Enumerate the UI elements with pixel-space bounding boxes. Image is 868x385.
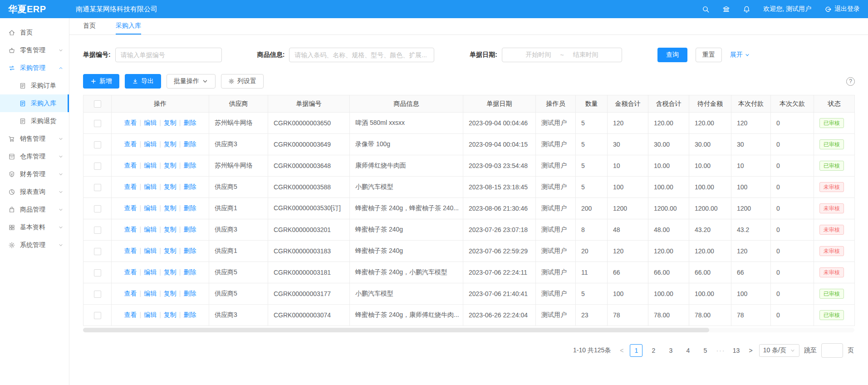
page-button-1[interactable]: 1 [630,344,642,357]
sidebar-item-doc-sub[interactable]: 采购退货 [0,112,69,130]
add-button[interactable]: 新增 [83,74,119,89]
next-page-button[interactable]: > [747,347,754,354]
view-link[interactable]: 查看 [124,247,137,254]
page-size-select[interactable]: 10 条/页 [759,344,799,357]
delete-link[interactable]: 删除 [183,183,196,190]
sidebar-item-bag[interactable]: 商品管理 [0,201,69,218]
sidebar-item-basket[interactable]: 零售管理 [0,41,69,59]
edit-link[interactable]: 编辑 [144,268,157,276]
edit-link[interactable]: 编辑 [144,290,157,297]
delete-link[interactable]: 删除 [183,119,196,126]
column-header[interactable]: 本次欠款 [771,95,814,113]
help-icon[interactable]: ? [846,77,855,86]
column-header[interactable]: 操作 [112,95,209,113]
edit-link[interactable]: 编辑 [144,226,157,233]
expand-link[interactable]: 展开 [730,51,750,59]
delete-link[interactable]: 删除 [183,140,196,148]
view-link[interactable]: 查看 [124,183,137,190]
search-icon[interactable] [702,5,710,13]
page-button-3[interactable]: 3 [664,344,677,357]
tab-purchase-in[interactable]: 采购入库 [116,18,141,35]
copy-link[interactable]: 复制 [164,204,177,212]
copy-link[interactable]: 复制 [164,268,177,276]
view-link[interactable]: 查看 [124,140,137,148]
edit-link[interactable]: 编辑 [144,204,157,212]
view-link[interactable]: 查看 [124,162,137,169]
column-header[interactable]: 数量 [576,95,608,113]
row-checkbox[interactable] [94,227,101,234]
date-range-picker[interactable]: 开始时间 ~ 结束时间 [502,48,622,62]
copy-link[interactable]: 复制 [164,247,177,254]
sidebar-item-pie[interactable]: 报表查询 [0,183,69,201]
view-link[interactable]: 查看 [124,204,137,212]
horizontal-scrollbar[interactable] [83,328,854,332]
row-checkbox[interactable] [94,205,101,212]
edit-link[interactable]: 编辑 [144,183,157,190]
row-checkbox[interactable] [94,291,101,298]
column-header[interactable]: 单据日期 [463,95,536,113]
edit-link[interactable]: 编辑 [144,247,157,254]
page-button-13[interactable]: 13 [730,344,742,357]
sidebar-item-gear[interactable]: 系统管理 [0,236,69,254]
tab-home[interactable]: 首页 [83,18,96,35]
bell-icon[interactable] [743,5,750,13]
sidebar-item-archive[interactable]: 仓库管理 [0,148,69,165]
copy-link[interactable]: 复制 [164,183,177,190]
delete-link[interactable]: 删除 [183,311,196,318]
delete-link[interactable]: 删除 [183,162,196,169]
bank-icon[interactable] [722,5,730,13]
row-checkbox[interactable] [94,269,101,276]
logout-button[interactable]: 退出登录 [824,5,860,13]
row-checkbox[interactable] [94,184,101,191]
page-button-4[interactable]: 4 [682,344,694,357]
column-header[interactable]: 本次付款 [731,95,771,113]
pager-ellipsis[interactable]: ··· [716,347,725,354]
column-header[interactable]: 待付金额 [689,95,731,113]
search-button[interactable]: 查询 [657,48,687,62]
copy-link[interactable]: 复制 [164,119,177,126]
edit-link[interactable]: 编辑 [144,311,157,318]
view-link[interactable]: 查看 [124,311,137,318]
reset-button[interactable]: 重置 [696,48,722,62]
column-header[interactable]: 金额合计 [608,95,648,113]
copy-link[interactable]: 复制 [164,311,177,318]
delete-link[interactable]: 删除 [183,204,196,212]
copy-link[interactable]: 复制 [164,162,177,169]
sidebar-item-cart[interactable]: 销售管理 [0,130,69,148]
edit-link[interactable]: 编辑 [144,162,157,169]
delete-link[interactable]: 删除 [183,268,196,276]
jump-page-input[interactable] [821,343,843,358]
delete-link[interactable]: 删除 [183,290,196,297]
export-button[interactable]: 导出 [125,74,161,89]
row-checkbox[interactable] [94,312,101,319]
view-link[interactable]: 查看 [124,268,137,276]
scrollbar-thumb[interactable] [83,328,709,332]
delete-link[interactable]: 删除 [183,226,196,233]
view-link[interactable]: 查看 [124,290,137,297]
view-link[interactable]: 查看 [124,119,137,126]
sidebar-item-home[interactable]: 首页 [0,24,69,41]
column-header[interactable]: 供应商 [209,95,268,113]
copy-link[interactable]: 复制 [164,290,177,297]
edit-link[interactable]: 编辑 [144,140,157,148]
row-checkbox[interactable] [94,141,101,148]
sidebar-item-money[interactable]: 财务管理 [0,165,69,183]
column-header[interactable]: 商品信息 [350,95,463,113]
row-checkbox[interactable] [94,120,101,127]
bill-no-input[interactable] [115,48,222,62]
edit-link[interactable]: 编辑 [144,119,157,126]
page-button-2[interactable]: 2 [647,344,660,357]
view-link[interactable]: 查看 [124,226,137,233]
column-header[interactable]: 操作员 [536,95,576,113]
sidebar-item-sync[interactable]: 采购管理 [0,59,69,77]
copy-link[interactable]: 复制 [164,140,177,148]
prev-page-button[interactable]: < [618,347,625,354]
select-all-checkbox[interactable] [94,100,101,108]
product-info-input[interactable] [289,48,434,62]
row-checkbox[interactable] [94,163,101,170]
batch-actions-button[interactable]: 批量操作 [167,74,216,89]
column-settings-button[interactable]: 列设置 [221,74,264,89]
sidebar-item-doc-sub[interactable]: 采购入库 [0,94,69,112]
page-button-5[interactable]: 5 [699,344,711,357]
column-header[interactable]: 状态 [814,95,855,113]
